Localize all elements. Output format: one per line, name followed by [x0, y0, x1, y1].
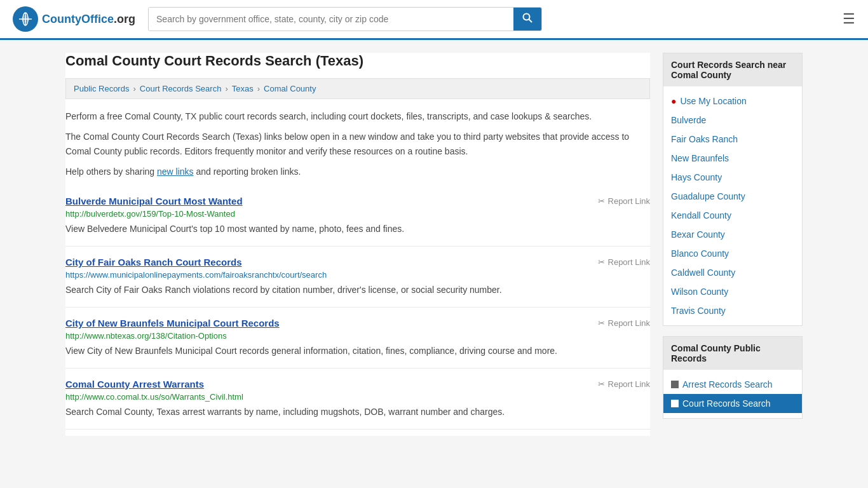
new-links[interactable]: new links	[157, 166, 194, 177]
breadcrumb: Public Records › Court Records Search › …	[65, 78, 650, 99]
logo-text: CountyOffice.org	[42, 13, 135, 26]
result-item: Bulverde Municipal Court Most Wanted ✂ R…	[65, 186, 650, 247]
sidebar-item-travis-county[interactable]: Travis County	[663, 301, 802, 320]
result-title[interactable]: City of Fair Oaks Ranch Court Records	[65, 257, 242, 268]
search-input[interactable]	[149, 8, 513, 30]
sidebar-item-new-braunfels[interactable]: New Braunfels	[663, 149, 802, 168]
result-url[interactable]: http://bulverdetx.gov/159/Top-10-Most-Wa…	[65, 209, 650, 219]
sidebar-public-records-header: Comal County Public Records	[663, 337, 802, 370]
breadcrumb-comal-county[interactable]: Comal County	[264, 84, 316, 93]
report-link[interactable]: ✂ Report Link	[598, 257, 650, 267]
svg-line-6	[529, 20, 532, 23]
sidebar-item-fair-oaks-ranch[interactable]: Fair Oaks Ranch	[663, 130, 802, 149]
report-link[interactable]: ✂ Report Link	[598, 379, 650, 389]
sidebar-item-court-records[interactable]: Court Records Search	[663, 394, 802, 413]
result-title[interactable]: Comal County Arrest Warrants	[65, 379, 204, 390]
sidebar-item-arrest-records[interactable]: Arrest Records Search	[663, 375, 802, 394]
report-link[interactable]: ✂ Report Link	[598, 196, 650, 206]
header: CountyOffice.org ☰	[0, 0, 868, 40]
square-icon	[671, 381, 679, 388]
result-desc: Search City of Fair Oaks Ranch violation…	[65, 283, 650, 297]
description-3: Help others by sharing new links and rep…	[65, 165, 650, 179]
breadcrumb-public-records[interactable]: Public Records	[74, 84, 129, 93]
sidebar-item-blanco-county[interactable]: Blanco County	[663, 244, 802, 263]
sidebar-item-hays-county[interactable]: Hays County	[663, 168, 802, 187]
result-desc: Search Comal County, Texas arrest warran…	[65, 405, 650, 419]
sidebar: Court Records Search near Comal County ●…	[663, 53, 803, 436]
report-link[interactable]: ✂ Report Link	[598, 318, 650, 328]
sidebar-item-caldwell-county[interactable]: Caldwell County	[663, 263, 802, 282]
search-button[interactable]	[513, 8, 541, 30]
result-url[interactable]: https://www.municipalonlinepayments.com/…	[65, 270, 650, 280]
sidebar-item-bulverde[interactable]: Bulverde	[663, 111, 802, 130]
breadcrumb-texas[interactable]: Texas	[232, 84, 254, 93]
sidebar-item-use-my-location[interactable]: ● Use My Location	[663, 92, 802, 111]
sidebar-nearby-content: ● Use My Location Bulverde Fair Oaks Ran…	[663, 86, 802, 325]
content-area: Comal County Court Records Search (Texas…	[65, 53, 650, 436]
main-container: Comal County Court Records Search (Texas…	[53, 40, 815, 449]
result-title[interactable]: Bulverde Municipal Court Most Wanted	[65, 196, 243, 207]
report-icon: ✂	[598, 196, 605, 206]
hamburger-menu[interactable]: ☰	[843, 11, 855, 27]
result-url[interactable]: http://www.co.comal.tx.us/so/Warrants_Ci…	[65, 392, 650, 402]
sidebar-public-records-section: Comal County Public Records Arrest Recor…	[663, 336, 803, 419]
sidebar-item-guadalupe-county[interactable]: Guadalupe County	[663, 187, 802, 206]
sidebar-public-records-content: Arrest Records Search Court Records Sear…	[663, 370, 802, 418]
result-desc: View City of New Braunfels Municipal Cou…	[65, 344, 650, 358]
breadcrumb-court-records-search[interactable]: Court Records Search	[140, 84, 222, 93]
report-icon: ✂	[598, 318, 605, 328]
description-2: The Comal County Court Records Search (T…	[65, 130, 650, 158]
search-bar	[148, 7, 542, 31]
page-title: Comal County Court Records Search (Texas…	[65, 53, 650, 69]
sidebar-item-kendall-county[interactable]: Kendall County	[663, 206, 802, 225]
sidebar-item-wilson-county[interactable]: Wilson County	[663, 282, 802, 301]
result-header: Bulverde Municipal Court Most Wanted ✂ R…	[65, 196, 650, 207]
sidebar-nearby-section: Court Records Search near Comal County ●…	[663, 53, 803, 326]
result-item: City of Fair Oaks Ranch Court Records ✂ …	[65, 247, 650, 308]
result-title[interactable]: City of New Braunfels Municipal Court Re…	[65, 318, 280, 329]
logo-icon	[13, 6, 38, 32]
report-icon: ✂	[598, 379, 605, 389]
svg-point-5	[524, 14, 530, 20]
result-header: City of New Braunfels Municipal Court Re…	[65, 318, 650, 329]
description-1: Perform a free Comal County, TX public c…	[65, 109, 650, 123]
result-desc: View Belvedere Municipal Court's top 10 …	[65, 222, 650, 236]
result-item: Comal County Arrest Warrants ✂ Report Li…	[65, 369, 650, 430]
logo[interactable]: CountyOffice.org	[13, 6, 135, 32]
sidebar-nearby-header: Court Records Search near Comal County	[663, 53, 802, 86]
location-pin-icon: ●	[671, 96, 676, 106]
result-header: City of Fair Oaks Ranch Court Records ✂ …	[65, 257, 650, 268]
square-icon	[671, 400, 679, 407]
result-header: Comal County Arrest Warrants ✂ Report Li…	[65, 379, 650, 390]
report-icon: ✂	[598, 257, 605, 267]
result-url[interactable]: http://www.nbtexas.org/138/Citation-Opti…	[65, 331, 650, 341]
result-item: City of New Braunfels Municipal Court Re…	[65, 308, 650, 369]
sidebar-item-bexar-county[interactable]: Bexar County	[663, 225, 802, 244]
